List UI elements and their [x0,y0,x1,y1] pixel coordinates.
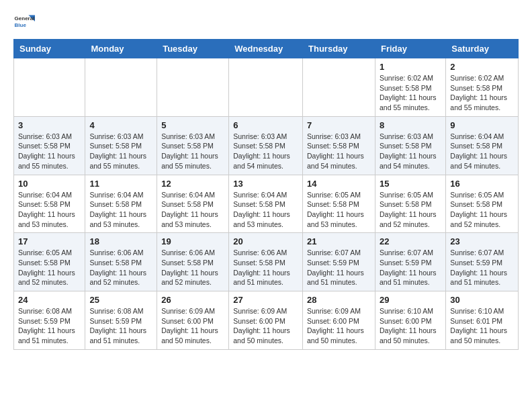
day-number: 27 [233,295,298,305]
logo: General Blue [13,11,38,32]
calendar-cell: 5Sunrise: 6:03 AMSunset: 5:58 PMDaylight… [157,116,229,175]
calendar-cell [85,58,157,117]
day-number: 20 [233,236,298,246]
day-number: 8 [380,120,441,130]
day-number: 16 [450,179,514,189]
day-info: Sunrise: 6:09 AMSunset: 6:00 PMDaylight:… [233,306,298,346]
weekday-header-sunday: Sunday [14,40,85,58]
calendar-cell: 11Sunrise: 6:04 AMSunset: 5:58 PMDayligh… [85,175,157,233]
day-number: 19 [161,236,224,246]
calendar-header-row: SundayMondayTuesdayWednesdayThursdayFrid… [14,40,519,58]
day-number: 17 [18,236,81,246]
calendar-week-row: 3Sunrise: 6:03 AMSunset: 5:58 PMDaylight… [14,116,519,175]
calendar-cell: 24Sunrise: 6:08 AMSunset: 5:59 PMDayligh… [14,291,85,350]
calendar-cell [14,58,85,117]
day-info: Sunrise: 6:05 AMSunset: 5:58 PMDaylight:… [380,190,441,230]
day-info: Sunrise: 6:03 AMSunset: 5:58 PMDaylight:… [380,132,441,171]
weekday-header-friday: Friday [375,40,445,58]
calendar-cell [229,58,303,117]
day-info: Sunrise: 6:02 AMSunset: 5:58 PMDaylight:… [380,73,441,113]
calendar-cell: 8Sunrise: 6:03 AMSunset: 5:58 PMDaylight… [375,116,445,175]
day-info: Sunrise: 6:08 AMSunset: 5:59 PMDaylight:… [89,306,152,346]
calendar-week-row: 10Sunrise: 6:04 AMSunset: 5:58 PMDayligh… [14,175,519,233]
day-number: 25 [89,295,152,305]
weekday-header-thursday: Thursday [303,40,375,58]
weekday-header-saturday: Saturday [446,40,519,58]
calendar-cell: 22Sunrise: 6:07 AMSunset: 5:59 PMDayligh… [375,233,445,291]
day-info: Sunrise: 6:04 AMSunset: 5:58 PMDaylight:… [89,190,152,230]
day-number: 28 [307,295,371,305]
day-number: 18 [89,236,152,246]
calendar-cell: 4Sunrise: 6:03 AMSunset: 5:58 PMDaylight… [85,116,157,175]
day-number: 23 [450,236,514,246]
svg-text:General: General [15,15,35,21]
day-info: Sunrise: 6:04 AMSunset: 5:58 PMDaylight:… [18,190,81,230]
day-info: Sunrise: 6:03 AMSunset: 5:58 PMDaylight:… [89,132,152,171]
calendar-cell: 18Sunrise: 6:06 AMSunset: 5:58 PMDayligh… [85,233,157,291]
header: General Blue [13,11,519,32]
calendar-week-row: 24Sunrise: 6:08 AMSunset: 5:59 PMDayligh… [14,291,519,350]
day-number: 14 [307,179,371,189]
day-info: Sunrise: 6:07 AMSunset: 5:59 PMDaylight:… [307,248,371,287]
day-info: Sunrise: 6:05 AMSunset: 5:58 PMDaylight:… [18,248,81,287]
day-number: 22 [380,236,441,246]
calendar-cell: 19Sunrise: 6:06 AMSunset: 5:58 PMDayligh… [157,233,229,291]
day-number: 1 [380,62,441,72]
day-number: 6 [233,120,298,130]
day-number: 30 [450,295,514,305]
calendar-cell: 28Sunrise: 6:09 AMSunset: 6:00 PMDayligh… [303,291,375,350]
day-number: 12 [161,179,224,189]
calendar-week-row: 17Sunrise: 6:05 AMSunset: 5:58 PMDayligh… [14,233,519,291]
day-number: 24 [18,295,81,305]
day-info: Sunrise: 6:02 AMSunset: 5:58 PMDaylight:… [450,73,514,113]
calendar-cell: 1Sunrise: 6:02 AMSunset: 5:58 PMDaylight… [375,58,445,117]
calendar-cell: 9Sunrise: 6:04 AMSunset: 5:58 PMDaylight… [446,116,519,175]
logo-icon: General Blue [13,11,35,32]
day-info: Sunrise: 6:07 AMSunset: 5:59 PMDaylight:… [450,248,514,287]
day-info: Sunrise: 6:03 AMSunset: 5:58 PMDaylight:… [307,132,371,171]
calendar-cell: 3Sunrise: 6:03 AMSunset: 5:58 PMDaylight… [14,116,85,175]
calendar-cell: 7Sunrise: 6:03 AMSunset: 5:58 PMDaylight… [303,116,375,175]
calendar-cell: 2Sunrise: 6:02 AMSunset: 5:58 PMDaylight… [446,58,519,117]
day-info: Sunrise: 6:03 AMSunset: 5:58 PMDaylight:… [161,132,224,171]
calendar-cell: 10Sunrise: 6:04 AMSunset: 5:58 PMDayligh… [14,175,85,233]
day-number: 4 [89,120,152,130]
day-number: 5 [161,120,224,130]
svg-text:Blue: Blue [15,22,27,28]
calendar-cell: 26Sunrise: 6:09 AMSunset: 6:00 PMDayligh… [157,291,229,350]
day-info: Sunrise: 6:06 AMSunset: 5:58 PMDaylight:… [233,248,298,287]
day-info: Sunrise: 6:09 AMSunset: 6:00 PMDaylight:… [161,306,224,346]
day-number: 7 [307,120,371,130]
day-info: Sunrise: 6:08 AMSunset: 5:59 PMDaylight:… [18,306,81,346]
day-number: 21 [307,236,371,246]
day-number: 11 [89,179,152,189]
day-number: 2 [450,62,514,72]
page: General Blue SundayMondayTuesdayWednesda… [0,0,532,361]
day-info: Sunrise: 6:03 AMSunset: 5:58 PMDaylight:… [233,132,298,171]
calendar-cell: 6Sunrise: 6:03 AMSunset: 5:58 PMDaylight… [229,116,303,175]
calendar-cell: 27Sunrise: 6:09 AMSunset: 6:00 PMDayligh… [229,291,303,350]
day-info: Sunrise: 6:04 AMSunset: 5:58 PMDaylight:… [233,190,298,230]
day-number: 3 [18,120,81,130]
calendar-cell: 21Sunrise: 6:07 AMSunset: 5:59 PMDayligh… [303,233,375,291]
day-number: 13 [233,179,298,189]
calendar-cell: 12Sunrise: 6:04 AMSunset: 5:58 PMDayligh… [157,175,229,233]
calendar-cell [303,58,375,117]
day-info: Sunrise: 6:04 AMSunset: 5:58 PMDaylight:… [450,132,514,171]
weekday-header-monday: Monday [85,40,157,58]
calendar-cell: 23Sunrise: 6:07 AMSunset: 5:59 PMDayligh… [446,233,519,291]
calendar-table: SundayMondayTuesdayWednesdayThursdayFrid… [13,39,519,350]
day-info: Sunrise: 6:10 AMSunset: 6:01 PMDaylight:… [450,306,514,346]
day-info: Sunrise: 6:06 AMSunset: 5:58 PMDaylight:… [161,248,224,287]
day-info: Sunrise: 6:07 AMSunset: 5:59 PMDaylight:… [380,248,441,287]
day-number: 15 [380,179,441,189]
day-number: 9 [450,120,514,130]
day-info: Sunrise: 6:10 AMSunset: 6:00 PMDaylight:… [380,306,441,346]
day-info: Sunrise: 6:06 AMSunset: 5:58 PMDaylight:… [89,248,152,287]
calendar-cell [157,58,229,117]
day-info: Sunrise: 6:05 AMSunset: 5:58 PMDaylight:… [307,190,371,230]
calendar-week-row: 1Sunrise: 6:02 AMSunset: 5:58 PMDaylight… [14,58,519,117]
day-info: Sunrise: 6:05 AMSunset: 5:58 PMDaylight:… [450,190,514,230]
day-info: Sunrise: 6:03 AMSunset: 5:58 PMDaylight:… [18,132,81,171]
day-number: 26 [161,295,224,305]
